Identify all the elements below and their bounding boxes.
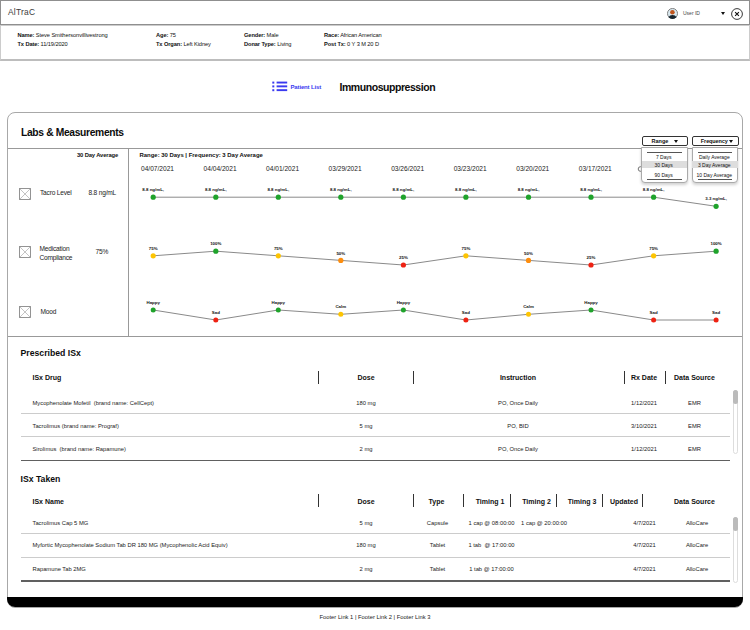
svg-text:Calm: Calm (335, 304, 346, 309)
svg-text:Calm: Calm (523, 304, 534, 309)
svg-text:Sad: Sad (462, 310, 470, 315)
svg-text:8.8 ng/mL,: 8.8 ng/mL, (580, 187, 602, 192)
svg-text:Sad: Sad (650, 310, 658, 315)
svg-text:Happy: Happy (272, 300, 286, 305)
svg-text:8.8 ng/mL,: 8.8 ng/mL, (205, 187, 227, 192)
svg-text:8.8 ng/mL,: 8.8 ng/mL, (518, 187, 540, 192)
svg-text:8.8 ng/mL,: 8.8 ng/mL, (393, 187, 415, 192)
svg-text:75%: 75% (274, 246, 283, 251)
svg-text:75%: 75% (649, 246, 658, 251)
svg-text:8.8 ng/mL,: 8.8 ng/mL, (643, 187, 665, 192)
svg-text:Happy: Happy (584, 300, 598, 305)
svg-text:50%: 50% (336, 251, 345, 256)
svg-text:8.8 ng/mL,: 8.8 ng/mL, (267, 187, 289, 192)
svg-text:3.3 ng/mL,: 3.3 ng/mL, (705, 196, 727, 201)
svg-text:Happy: Happy (146, 300, 160, 305)
svg-text:25%: 25% (587, 255, 596, 260)
svg-text:75%: 75% (149, 246, 158, 251)
svg-text:50%: 50% (524, 251, 533, 256)
svg-text:100%: 100% (210, 241, 221, 246)
svg-text:Sad: Sad (712, 310, 720, 315)
svg-text:25%: 25% (399, 255, 408, 260)
svg-text:Sad: Sad (212, 310, 220, 315)
svg-text:8.8 ng/mL,: 8.8 ng/mL, (455, 187, 477, 192)
svg-text:8.8 ng/mL,: 8.8 ng/mL, (330, 187, 352, 192)
svg-text:75%: 75% (462, 246, 471, 251)
svg-text:Happy: Happy (397, 300, 411, 305)
svg-text:100%: 100% (710, 241, 721, 246)
svg-text:8.8 ng/mL,: 8.8 ng/mL, (142, 187, 164, 192)
